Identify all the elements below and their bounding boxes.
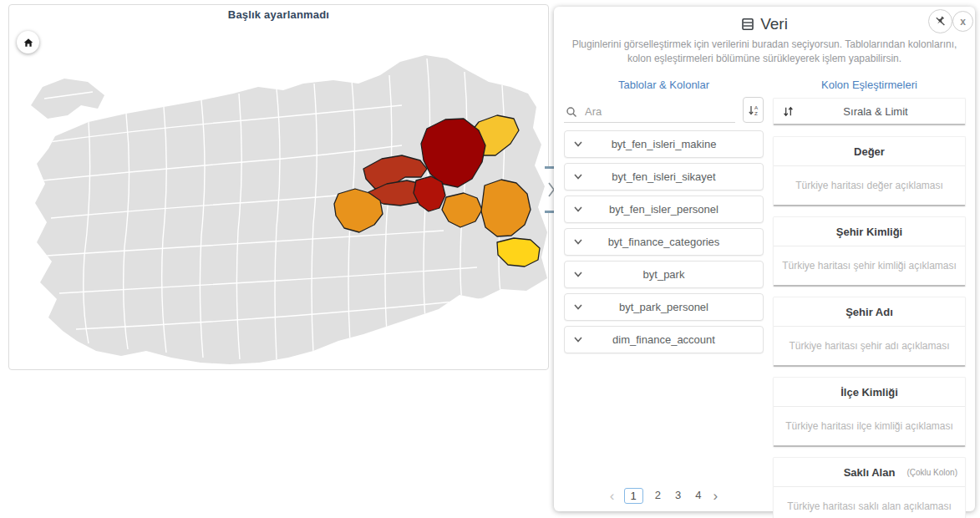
table-name: byt_fen_isler_personel [609,203,718,216]
table-name: byt_fen_isleri_sikayet [612,170,715,183]
table-name: dim_finance_account [612,333,715,346]
pin-off-icon [934,15,947,28]
chevron-down-icon[interactable] [573,269,583,279]
table-list-item[interactable]: byt_park [564,261,764,288]
table-name: byt_park [643,268,685,281]
mapping-title: Değer [774,137,965,166]
chevron-down-icon[interactable] [573,171,583,181]
sort-tables-button[interactable]: A Z [743,97,764,123]
table-list: byt_fen_isleri_makine byt_fen_isleri_sik… [564,130,764,353]
pagination-page-3[interactable]: 3 [673,488,683,504]
table-name: byt_fen_isleri_makine [612,138,717,150]
table-list-item[interactable]: byt_fen_isler_personel [564,196,764,223]
mapping-title: Şehir Adı [774,297,965,327]
unpin-panel-button[interactable] [928,9,952,33]
table-list-item[interactable]: dim_finance_account [564,326,764,353]
pagination-page-1[interactable]: 1 [624,488,643,504]
data-panel-header: Veri [554,15,975,33]
chevron-down-icon[interactable] [573,139,583,149]
pagination-pages: 1234 [624,488,704,504]
close-panel-button[interactable]: x [952,11,973,32]
multi-column-badge: (Çoklu Kolon) [906,468,957,477]
table-list-item[interactable]: byt_fen_isleri_sikayet [564,163,764,190]
mapping-title: Şehir Kimliği [774,217,965,246]
close-icon: x [960,16,966,28]
table-search-box [564,101,735,123]
chevron-down-icon[interactable] [573,236,583,246]
chevron-down-icon[interactable] [573,204,583,214]
table-list-item[interactable]: byt_park_personel [564,293,764,321]
turkey-choropleth-map [9,5,548,369]
mapping-drop-zone[interactable]: Türkiye haritası şehir adı açıklaması [774,327,965,365]
mapping-drop-zone[interactable]: Türkiye haritası saklı alan açıklaması [774,487,965,518]
pagination-page-4[interactable]: 4 [693,488,703,504]
pagination-prev-icon[interactable]: ‹ [610,489,615,503]
data-panel: Veri x Pluginlerini görselleştirmek için… [554,7,975,511]
table-name: byt_park_personel [619,301,708,313]
mapping-group: Değer Türkiye haritası değer açıklaması [773,136,966,206]
table-name: byt_finance_categories [608,236,720,248]
map-home-button[interactable] [17,31,39,53]
map-region-thrace [31,79,104,119]
mapping-group: Şehir Adı Türkiye haritası şehir adı açı… [773,297,966,367]
mapping-groups: Değer Türkiye haritası değer açıklaması … [773,136,966,518]
swap-vert-icon [782,105,795,118]
mapping-drop-zone[interactable]: Türkiye haritası değer açıklaması [774,166,965,205]
sort-limit-label: Sırala & Limit [795,105,957,118]
mapping-group: Şehir Kimliği Türkiye haritası şehir kim… [773,216,966,287]
tables-column: Tablolar & Kolonlar A Z [564,79,764,511]
pagination-page-2[interactable]: 2 [652,488,663,504]
mapping-drop-zone[interactable]: Türkiye haritası ilçe kimliği açıklaması [774,407,965,445]
map-card: Başlık ayarlanmadı [8,4,549,370]
pagination: ‹ 1234 › [564,488,764,504]
table-search-input[interactable] [583,104,734,119]
chevron-down-icon[interactable] [573,302,583,312]
sort-limit-button[interactable]: Sırala & Limit [773,98,966,125]
data-list-icon [741,18,754,31]
mapping-drop-zone[interactable]: Türkiye haritası şehir kimliği açıklamas… [774,246,965,285]
search-icon [566,106,577,118]
sort-alpha-icon: A Z [747,104,760,117]
mapping-group: Saklı Alan (Çoklu Kolon) Türkiye haritas… [773,457,966,518]
table-list-item[interactable]: byt_fen_isleri_makine [564,130,764,158]
data-panel-subtitle: Pluginlerini görselleştirmek için verile… [566,38,962,67]
chevron-down-icon[interactable] [573,334,583,344]
svg-text:Z: Z [754,109,758,115]
mapping-title: İlçe Kimliği [774,378,965,407]
table-list-item[interactable]: byt_finance_categories [564,228,764,256]
data-panel-title: Veri [760,15,788,33]
tables-column-header: Tablolar & Kolonlar [564,79,764,92]
mapping-title: Saklı Alan (Çoklu Kolon) [774,458,965,487]
mappings-column: Kolon Eşleştirmeleri Sırala & Limit Değe… [773,79,966,511]
mappings-column-header: Kolon Eşleştirmeleri [773,79,966,92]
pagination-next-icon[interactable]: › [713,489,718,503]
mapping-group: İlçe Kimliği Türkiye haritası ilçe kimli… [773,377,966,447]
home-icon [23,37,34,48]
